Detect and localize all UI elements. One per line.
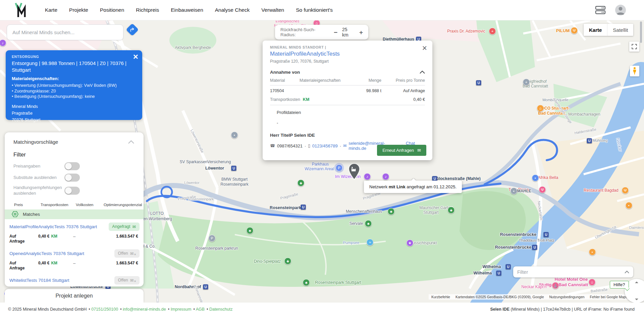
map-poi-icon[interactable]: ≈: [367, 239, 374, 246]
nav-item[interactable]: Verwalten: [261, 7, 284, 13]
entsorgung-info-card: × ENTSORGUNG Entsorgung | 98.988 Tonnen …: [6, 50, 142, 120]
radius-plus-button[interactable]: +: [359, 29, 363, 36]
mobile-icon: ▯: [308, 143, 310, 148]
badge-label: Offen: [118, 278, 128, 282]
map-poi-icon[interactable]: U: [587, 138, 592, 143]
match-status-badge[interactable]: Offen ✉ ✕: [114, 276, 140, 285]
map-poi-icon[interactable]: +: [523, 79, 530, 86]
user-avatar[interactable]: [615, 5, 626, 15]
footer-link[interactable]: Impressum: [171, 307, 192, 312]
map-poi-icon[interactable]: U: [496, 271, 501, 276]
map-scrollbar[interactable]: [640, 21, 642, 43]
close-icon[interactable]: ×: [133, 52, 138, 61]
match-link[interactable]: WhitelistTests 70184 Stuttgart: [9, 278, 69, 283]
footer-link[interactable]: info@mineral-minds.de: [123, 307, 166, 312]
match-link[interactable]: MaterialProfileAnalyticTests 70376 Stutt…: [9, 224, 97, 229]
map-poi-icon[interactable]: P: [336, 165, 343, 172]
server-list-icon[interactable]: [595, 5, 606, 15]
map-poi-icon[interactable]: ⚓: [552, 282, 559, 289]
map-poi-icon[interactable]: U: [532, 245, 537, 250]
column-header: Optimierungspotenzial: [104, 203, 142, 207]
attribution-item[interactable]: Kartendaten ©2025 GeoBasis-DE/BKG (©2009…: [455, 295, 544, 299]
search-input[interactable]: [7, 29, 123, 35]
map-filter-input[interactable]: [517, 269, 625, 275]
map-type-karte[interactable]: Karte: [584, 24, 607, 36]
footer-link-group: • Impressum: [168, 307, 192, 312]
map-poi-icon[interactable]: U: [231, 166, 236, 171]
map-poi-icon[interactable]: ▪: [511, 188, 518, 195]
nav-item[interactable]: Richtpreis: [136, 7, 159, 13]
toggle-switch[interactable]: [64, 187, 80, 195]
nav-item[interactable]: Karte: [45, 7, 57, 13]
radius-minus-button[interactable]: −: [334, 29, 337, 36]
request-again-button[interactable]: Erneut Anfragen ✉: [377, 145, 426, 156]
match-entry: OpenedAnalyticTests 70376 Stuttgart Offe…: [5, 246, 144, 273]
map-poi-icon[interactable]: U: [203, 285, 208, 290]
map-poi-icon[interactable]: ▪: [626, 202, 633, 209]
pan-down-icon[interactable]: [635, 299, 638, 300]
col-props: Materialeigenschaften: [300, 78, 341, 83]
nav-item[interactable]: So funktioniert's: [296, 7, 333, 13]
help-button[interactable]: Hilfe?: [610, 281, 629, 289]
map-poi-icon[interactable]: U: [506, 264, 511, 269]
map-label: Daimlerstraße: [629, 226, 644, 230]
mineral-minds-logo: [14, 3, 28, 17]
map-poi-icon[interactable]: U: [476, 80, 481, 85]
map-type-satellit[interactable]: Satellit: [607, 24, 633, 36]
mobile-number-link[interactable]: 0123/456789: [312, 143, 338, 148]
nav-item[interactable]: Projekte: [69, 7, 88, 13]
factory-location-pin[interactable]: [348, 163, 360, 180]
popup-close-icon[interactable]: ×: [422, 44, 427, 52]
map-poi-icon[interactable]: ♣: [284, 258, 291, 265]
map-poi-icon[interactable]: Ψ: [571, 27, 578, 34]
map-poi-icon[interactable]: ⌂: [589, 279, 596, 286]
map-type-control: Karte Satellit: [584, 24, 633, 36]
fullscreen-button[interactable]: [629, 42, 639, 52]
map-poi-icon[interactable]: P: [209, 235, 216, 242]
match-status-badge[interactable]: Offen ✉ ✕: [114, 249, 140, 258]
toggle-switch[interactable]: [64, 162, 80, 170]
section-collapse-icon[interactable]: [420, 71, 425, 74]
nav-item[interactable]: Einbauweisen: [171, 7, 203, 13]
map-poi-icon[interactable]: ★: [407, 240, 414, 247]
map-poi-icon[interactable]: ▪: [589, 249, 596, 256]
pegman-control[interactable]: [630, 66, 639, 76]
match-link[interactable]: OpenedAnalyticTests 70376 Stuttgart: [9, 251, 84, 256]
map-poi-icon[interactable]: ♣: [247, 227, 254, 234]
chevron-up-icon[interactable]: [625, 270, 629, 273]
match-status-badge[interactable]: Angefragt ✉: [109, 223, 140, 231]
map-poi-icon[interactable]: ▪: [231, 132, 238, 139]
popup-title-link[interactable]: MaterialProfileAnalyticTests: [270, 51, 425, 57]
map-poi-icon[interactable]: U: [301, 205, 306, 210]
map-poi-icon[interactable]: ⌂: [537, 105, 544, 112]
map-poi-icon[interactable]: ♣: [365, 220, 372, 227]
map-poi-icon[interactable]: ♣: [298, 180, 305, 187]
map-label: Mombachanlagen: [568, 112, 600, 117]
col-material: Material: [270, 78, 300, 83]
map-poi-icon[interactable]: ♣: [303, 279, 310, 286]
nav-item[interactable]: Analyse Check: [215, 7, 250, 13]
map-poi-icon[interactable]: ♣: [388, 208, 395, 215]
map-poi-icon[interactable]: Ψ: [539, 186, 546, 193]
footer-link[interactable]: 07151/250100: [91, 307, 118, 312]
footer-link[interactable]: AGB: [196, 307, 205, 312]
pan-up-icon[interactable]: [635, 281, 638, 283]
create-project-button[interactable]: Projekt anlegen: [55, 293, 93, 299]
map-poi-icon[interactable]: ▪: [532, 175, 539, 182]
toggle-switch[interactable]: [64, 174, 80, 182]
map-label: Löwentor: [184, 181, 199, 185]
column-header: Transportkosten: [41, 203, 68, 207]
map-poi-icon[interactable]: U: [544, 232, 549, 237]
footer-link[interactable]: Datenschutz: [209, 307, 232, 312]
collapse-chevron-icon[interactable]: [128, 140, 134, 144]
map-poi-icon[interactable]: ♣: [448, 207, 455, 214]
map-poi-icon[interactable]: ♪: [382, 173, 389, 180]
map-poi-icon[interactable]: Ψ: [622, 187, 629, 194]
attribution-item[interactable]: Kurzbefehle: [431, 295, 450, 299]
map-poi-icon[interactable]: +: [489, 28, 496, 35]
map-poi-icon[interactable]: ♪: [364, 173, 371, 180]
matches-column-headers: PreisTransportkostenVollkostenOptimierun…: [5, 203, 144, 209]
attribution-item[interactable]: Nutzungsbedingungen: [549, 295, 584, 299]
nav-item[interactable]: Positionen: [100, 7, 124, 13]
matches-section-header[interactable]: Matches: [5, 209, 144, 219]
